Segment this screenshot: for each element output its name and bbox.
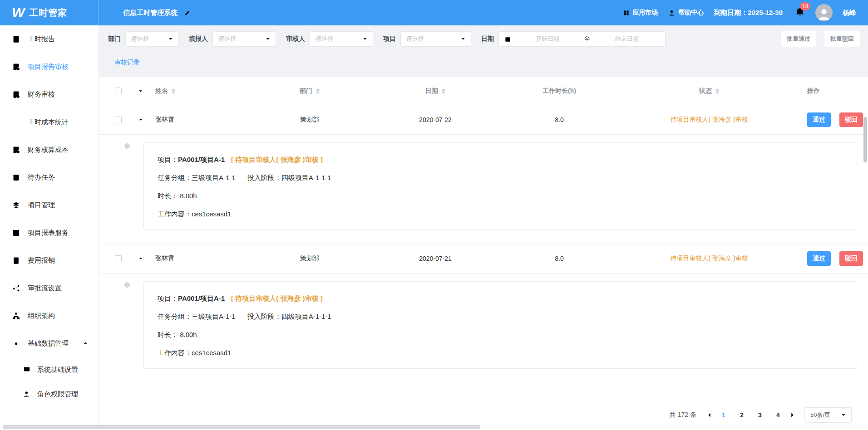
sidebar-item-label: 审批流设置 — [28, 284, 62, 293]
column-header-date[interactable]: 日期 — [366, 87, 505, 95]
layers-icon — [12, 201, 20, 210]
app-market-link[interactable]: 应用市场 — [623, 9, 658, 17]
help-center-label: 帮助中心 — [678, 9, 704, 17]
timesheet-report-icon — [12, 35, 20, 44]
chevron-down-icon[interactable] — [129, 255, 153, 262]
sidebar-item-finance-cost[interactable]: 财务核算成本 — [0, 136, 99, 164]
department-select[interactable]: 请选择 — [125, 31, 179, 47]
sidebar-item-todo-tasks[interactable]: 待办任务 — [0, 164, 99, 191]
reporter-select[interactable]: 请选择 — [212, 31, 276, 47]
detail-content-value: ces1cesasd1 — [192, 349, 232, 357]
sidebar-subitem-label: 系统基础设置 — [37, 366, 78, 374]
project-select[interactable]: 请选择 — [400, 31, 471, 47]
project-placeholder: 请选择 — [406, 35, 460, 43]
auditor-select[interactable]: 请选择 — [310, 31, 373, 47]
page-number-1[interactable]: 1 — [716, 411, 731, 419]
sidebar-item-timesheet-report[interactable]: 工时报告 — [0, 25, 99, 53]
batch-reject-button[interactable]: 批量驳回 — [824, 31, 860, 47]
status-badge: 待项目审核人( 张海彦 )审核 — [614, 254, 804, 263]
sidebar-item-org-structure[interactable]: 组织架构 — [0, 302, 99, 330]
column-header-hours: 工作时长(h) — [505, 87, 614, 95]
detail-bullet-dot — [124, 143, 130, 149]
page-number-4[interactable]: 4 — [771, 411, 785, 419]
detail-content-value: ces1cesasd1 — [192, 210, 232, 218]
sidebar-item-expense[interactable]: 费用报销 — [0, 247, 99, 274]
prev-page-icon[interactable] — [706, 412, 713, 418]
sidebar-item-label: 项目报告审核 — [28, 63, 69, 71]
chevron-down-icon[interactable] — [129, 88, 153, 94]
status-badge: 待项目审核人( 张海彦 )审核 — [614, 116, 804, 124]
reject-button[interactable]: 驳回 — [839, 112, 863, 127]
sidebar-item-project-report-audit[interactable]: 项目报告审核 — [0, 53, 99, 81]
detail-group-label: 任务分组： — [158, 313, 192, 320]
sidebar-item-label: 财务核算成本 — [28, 146, 69, 154]
row-detail-panel: 项目：PA001/项目A-1[ 待项目审核人( 张海彦 )审核 ] 任务分组：三… — [99, 135, 868, 244]
page-size-select[interactable]: 50条/页 — [804, 407, 852, 423]
sort-icon[interactable] — [316, 88, 320, 94]
sidebar-item-hour-cost-stats[interactable]: 工时成本统计 — [0, 108, 99, 136]
row-checkbox[interactable] — [115, 117, 122, 123]
chevron-down-icon[interactable] — [129, 117, 153, 123]
chevron-up-icon[interactable] — [82, 340, 89, 347]
sort-icon[interactable] — [442, 88, 445, 94]
reporter-label: 填报人 — [189, 35, 208, 43]
select-all-checkbox[interactable] — [115, 88, 122, 94]
system-title: 信息工时管理系统 — [123, 9, 178, 17]
cell-name: 张林霄 — [153, 254, 253, 263]
notification-bell[interactable]: 18 — [794, 7, 805, 19]
sidebar-item-label: 工时报告 — [28, 35, 55, 44]
audit-record-tab[interactable]: 审核记录 — [114, 59, 140, 66]
project-audit-icon — [12, 63, 20, 71]
column-header-name[interactable]: 姓名 — [153, 87, 253, 95]
column-header-dept[interactable]: 部门 — [253, 87, 366, 95]
sidebar-item-finance-audit[interactable]: 财务审核 — [0, 81, 99, 108]
column-header-action: 操作 — [804, 87, 868, 95]
detail-group-value: 三级项目A-1-1 — [192, 313, 236, 320]
table-row: 张林霄 策划部 2020-07-22 8.0 待项目审核人( 张海彦 )审核 通… — [99, 105, 868, 135]
row-checkbox[interactable] — [115, 255, 122, 262]
table-card: 姓名 部门 日期 工作时长(h) 状态 操作 — [99, 77, 868, 430]
page-number-3[interactable]: 3 — [753, 411, 767, 419]
trend-chart-icon — [12, 229, 20, 237]
next-page-icon[interactable] — [789, 412, 795, 418]
sidebar-item-report-service[interactable]: 项目报表服务 — [0, 219, 99, 247]
detail-phase-label: 投入阶段： — [247, 174, 281, 181]
vertical-scrollbar[interactable] — [863, 117, 867, 162]
date-range-picker[interactable]: 开始日期 至 结束日期 — [498, 31, 666, 47]
chevron-down-icon — [840, 412, 847, 418]
menu-icon[interactable] — [109, 9, 117, 17]
page-number-2[interactable]: 2 — [735, 411, 749, 419]
avatar[interactable] — [815, 4, 833, 21]
horizontal-scrollbar[interactable] — [3, 425, 480, 429]
sort-icon[interactable] — [715, 88, 719, 94]
sidebar-item-approval-flow[interactable]: 审批流设置 — [0, 274, 99, 302]
reject-button[interactable]: 驳回 — [839, 251, 863, 266]
app-market-label: 应用市场 — [632, 9, 658, 17]
sidebar-item-system-settings[interactable]: 系统基础设置 — [0, 357, 99, 382]
approve-button[interactable]: 通过 — [807, 251, 831, 266]
sidebar-item-role-permission[interactable]: 角色权限管理 — [0, 382, 99, 406]
approve-button[interactable]: 通过 — [807, 112, 831, 127]
detail-phase-value: 四级项目A-1-1-1 — [281, 313, 331, 320]
detail-phase-value: 四级项目A-1-1-1 — [281, 174, 331, 181]
auditor-placeholder: 请选择 — [316, 35, 362, 43]
end-date-placeholder: 结束日期 — [594, 35, 660, 43]
cell-name: 张林霄 — [153, 116, 253, 124]
sidebar-item-project-mgmt[interactable]: 项目管理 — [0, 191, 99, 219]
sidebar-item-label: 基础数据管理 — [28, 339, 69, 348]
detail-duration-value: 8.00h — [180, 192, 197, 200]
sidebar-item-base-data[interactable]: 基础数据管理 — [0, 330, 99, 357]
username[interactable]: 杨峰 — [843, 9, 856, 17]
chevron-down-icon — [362, 36, 368, 42]
detail-project-label: 项目： — [158, 156, 178, 163]
column-header-status[interactable]: 状态 — [614, 87, 804, 95]
brand-logo-icon: W — [12, 6, 24, 20]
edit-icon[interactable] — [184, 10, 191, 16]
expiry-date: 到期日期：2025-12-30 — [714, 9, 783, 17]
org-chart-icon — [12, 312, 20, 320]
batch-approve-button[interactable]: 批量通过 — [781, 31, 816, 47]
brand[interactable]: W 工时管家 — [0, 0, 99, 25]
sort-icon[interactable] — [172, 88, 175, 94]
chevron-down-icon — [460, 36, 466, 42]
help-center-link[interactable]: 帮助中心 — [668, 9, 704, 17]
